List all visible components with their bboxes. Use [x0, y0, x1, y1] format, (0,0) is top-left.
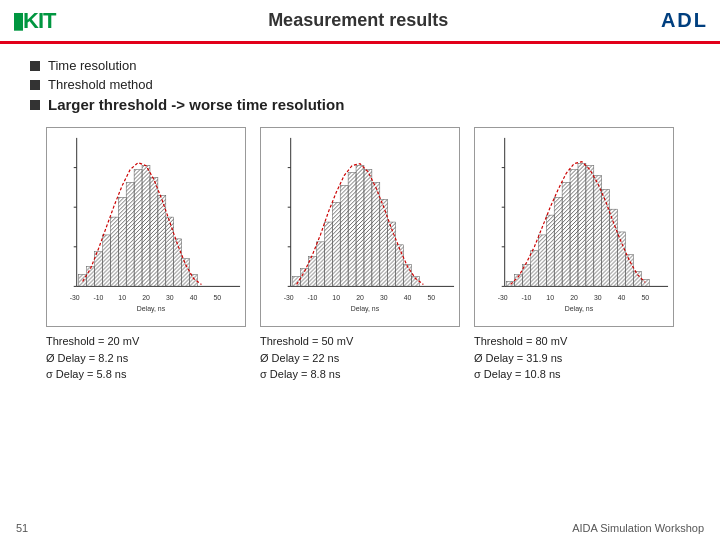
svg-text:30: 30	[594, 294, 602, 301]
svg-rect-74	[546, 215, 554, 286]
svg-text:-10: -10	[93, 294, 103, 301]
adl-logo: ADL	[661, 9, 708, 32]
bullet-list: Time resolution Threshold method Larger …	[30, 58, 690, 113]
svg-text:10: 10	[118, 294, 126, 301]
svg-text:-30: -30	[498, 294, 508, 301]
svg-rect-86	[641, 279, 649, 286]
svg-rect-23	[182, 259, 190, 287]
event-name: AIDA Simulation Workshop	[572, 522, 704, 534]
svg-rect-49	[372, 182, 380, 286]
svg-text:20: 20	[356, 294, 364, 301]
svg-text:30: 30	[380, 294, 388, 301]
chart-box-3: -30 -10 10 20 30 40 50 Delay, ns	[474, 127, 674, 327]
svg-rect-48	[364, 170, 372, 287]
svg-text:-30: -30	[70, 294, 80, 301]
svg-text:Delay, ns: Delay, ns	[351, 305, 380, 313]
svg-rect-17	[134, 170, 142, 287]
bullet-icon-3	[30, 100, 40, 110]
svg-text:-10: -10	[307, 294, 317, 301]
svg-rect-46	[348, 173, 356, 287]
chart-box-2: -30 -10 10 20 30 40 50 Delay, ns	[260, 127, 460, 327]
kit-logo: ▮KIT	[12, 8, 55, 34]
svg-rect-52	[396, 245, 404, 287]
svg-rect-75	[554, 197, 562, 286]
chart-caption-1: Threshold = 20 mV Ø Delay = 8.2 ns σ Del…	[46, 333, 246, 383]
svg-rect-22	[174, 239, 182, 287]
chart-container-1: -30 -10 10 20 30 40 50 Delay, ns	[46, 127, 246, 383]
svg-rect-21	[166, 217, 174, 286]
chart-box-1: -30 -10 10 20 30 40 50 Delay, ns	[46, 127, 246, 327]
bullet-icon-1	[30, 61, 40, 71]
svg-rect-39	[293, 277, 301, 287]
page-title: Measurement results	[55, 10, 660, 31]
svg-text:50: 50	[427, 294, 435, 301]
chart-caption-2: Threshold = 50 mV Ø Delay = 22 ns σ Dela…	[260, 333, 460, 383]
svg-text:20: 20	[142, 294, 150, 301]
svg-rect-15	[118, 197, 126, 286]
bullet-item-3: Larger threshold -> worse time resolutio…	[30, 96, 690, 113]
footer: 51 AIDA Simulation Workshop	[16, 522, 704, 534]
svg-text:Delay, ns: Delay, ns	[565, 305, 594, 313]
svg-rect-76	[562, 182, 570, 286]
svg-rect-73	[538, 235, 546, 286]
svg-rect-77	[570, 170, 578, 287]
svg-text:30: 30	[166, 294, 174, 301]
svg-rect-19	[150, 178, 158, 287]
svg-rect-51	[388, 222, 396, 286]
svg-rect-16	[126, 182, 134, 286]
svg-rect-82	[610, 209, 618, 286]
chart-container-3: -30 -10 10 20 30 40 50 Delay, ns	[474, 127, 674, 383]
svg-rect-45	[340, 185, 348, 286]
svg-rect-12	[95, 252, 103, 287]
svg-rect-53	[404, 265, 412, 287]
svg-rect-80	[594, 176, 602, 287]
svg-rect-81	[602, 189, 610, 286]
chart-caption-3: Threshold = 80 mV Ø Delay = 31.9 ns σ De…	[474, 333, 674, 383]
svg-text:Delay, ns: Delay, ns	[137, 305, 166, 313]
svg-rect-44	[332, 202, 340, 286]
svg-text:-10: -10	[521, 294, 531, 301]
svg-text:50: 50	[213, 294, 221, 301]
svg-rect-79	[586, 166, 594, 287]
svg-text:10: 10	[546, 294, 554, 301]
slide-number: 51	[16, 522, 28, 534]
main-content: Time resolution Threshold method Larger …	[0, 44, 720, 393]
svg-rect-24	[190, 275, 198, 287]
bullet-item-1: Time resolution	[30, 58, 690, 73]
svg-rect-85	[633, 272, 641, 287]
svg-rect-13	[102, 235, 110, 286]
svg-text:40: 40	[618, 294, 626, 301]
svg-text:20: 20	[570, 294, 578, 301]
svg-rect-14	[110, 217, 118, 286]
svg-rect-18	[142, 166, 150, 287]
svg-rect-11	[87, 267, 95, 287]
svg-text:10: 10	[332, 294, 340, 301]
svg-rect-47	[356, 166, 364, 287]
svg-text:40: 40	[404, 294, 412, 301]
svg-rect-43	[324, 222, 332, 286]
svg-text:-30: -30	[284, 294, 294, 301]
bullet-icon-2	[30, 80, 40, 90]
svg-rect-78	[578, 164, 586, 287]
svg-rect-50	[380, 199, 388, 286]
svg-rect-72	[530, 251, 538, 287]
svg-text:50: 50	[641, 294, 649, 301]
bullet-item-2: Threshold method	[30, 77, 690, 92]
svg-text:40: 40	[190, 294, 198, 301]
svg-rect-42	[316, 242, 324, 287]
svg-rect-83	[618, 232, 626, 286]
chart-container-2: -30 -10 10 20 30 40 50 Delay, ns	[260, 127, 460, 383]
charts-row: -30 -10 10 20 30 40 50 Delay, ns	[30, 127, 690, 383]
header: ▮KIT Measurement results ADL	[0, 0, 720, 44]
